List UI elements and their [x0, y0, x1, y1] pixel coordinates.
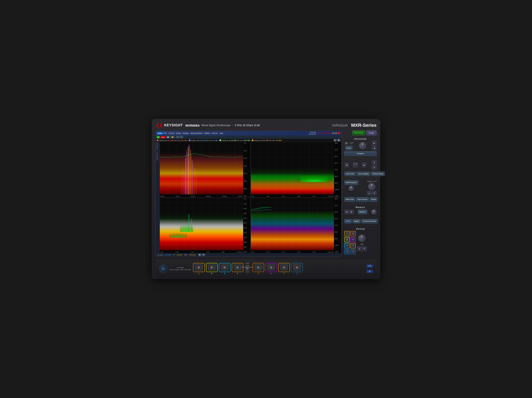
vertical-down-arrow[interactable]: ▼ — [362, 246, 367, 251]
rbw-label: RBW — [184, 254, 187, 256]
menu-display[interactable]: Display — [183, 132, 189, 134]
stop-icon-btn[interactable]: ⏹ — [337, 139, 341, 142]
horizontal-right-arrow[interactable]: ▶ — [372, 141, 377, 145]
usb3-port-top[interactable]: SS⚡ — [367, 265, 373, 267]
mode-buttons-row: RTSA Digital Protocol Decode — [344, 219, 377, 224]
channel-1-button[interactable]: 1 — [344, 231, 350, 236]
menu-help[interactable]: Help — [219, 132, 223, 134]
trigger-down-arrow[interactable]: ▼ — [372, 191, 377, 196]
spectrum-area: -3.0-15.0-25.0-35.0-45.0-55.0-65.0-75.0 … — [160, 142, 342, 253]
bnc-ch4-inner — [234, 264, 241, 271]
ch4-ref-label: Ref Level — [269, 140, 275, 141]
channel-4-button[interactable]: 4 — [344, 249, 350, 254]
model-description: Mixed Signal Oscilloscope — [201, 124, 230, 127]
usb-port-bottom[interactable]: ⚡ — [367, 270, 373, 273]
trigger-level-knob[interactable] — [368, 183, 375, 190]
clear-display-button[interactable]: Clear Display — [357, 172, 370, 176]
trigger-up-arrow[interactable]: ▲ — [367, 191, 372, 196]
multi-purpose-button[interactable]: Multi Purpose — [344, 180, 358, 185]
bnc-ch6-connector[interactable] — [265, 263, 277, 272]
window-close-button[interactable]: ✕ — [338, 132, 340, 134]
time-mode-label[interactable]: Time Mode — [156, 142, 160, 151]
multi-purpose-knob[interactable] — [348, 186, 354, 191]
markers-right-arrow[interactable]: ▶ — [349, 210, 354, 214]
power-button[interactable]: ⏻ — [159, 265, 167, 273]
nav-left-arrow[interactable]: ◀ — [344, 163, 349, 167]
wave-gen-button[interactable]: Wave Gen — [344, 197, 355, 202]
menu-file[interactable]: File — [164, 132, 167, 134]
markers-knob[interactable] — [371, 209, 377, 215]
vertical-scale-knob[interactable] — [358, 234, 366, 242]
protocol-decode-button[interactable]: Protocol Decode — [361, 219, 378, 224]
ch2-color-dot — [189, 139, 190, 141]
digital-button[interactable]: Digital — [353, 219, 361, 224]
touch-button[interactable]: Touch — [370, 197, 377, 202]
toolbar-undo-button[interactable]: ↩ — [176, 136, 179, 139]
vertical-control-group: Vertical 1 5 2 6 3 7 4 8 — [344, 228, 377, 254]
toolbar-save-button[interactable]: 💾 — [166, 136, 170, 139]
toolbar-redo-button[interactable]: ↪ — [180, 136, 183, 139]
bnc-ch2-center — [210, 266, 213, 269]
markers-button[interactable]: Markers — [358, 210, 367, 214]
vertical-up-arrow[interactable]: ▲ — [357, 246, 361, 251]
bnc-ch1-connector[interactable] — [193, 263, 205, 272]
nav-down-arrow[interactable]: ▼ — [372, 165, 377, 170]
rbw-pause-button[interactable]: ⏸ — [202, 253, 205, 256]
markers-left-arrow[interactable]: ◀ — [344, 210, 349, 214]
toolbar-stop-button[interactable]: Stop — [160, 136, 165, 139]
window-maximize-button[interactable]: □ — [335, 132, 337, 134]
menu-control[interactable]: Control — [168, 132, 174, 134]
nav-center-button[interactable] — [353, 163, 358, 167]
bnc-ch8-connector[interactable] — [291, 263, 303, 272]
default-setup-button[interactable]: Default Setup — [371, 172, 385, 176]
horizontal-control-group: Horizontal Zoom ▶ ◀ Navigat — [344, 138, 377, 156]
ch3-ref-value: -38.0 dBm — [243, 140, 250, 141]
probe-pin-top — [247, 268, 247, 269]
channel-8-button[interactable]: 8 — [350, 249, 356, 254]
bnc-ch1-center — [198, 266, 200, 269]
markers-control-group: Markers ◀ ▶ Markers — [344, 206, 377, 215]
channel-5-button[interactable]: 5 — [350, 231, 356, 236]
bnc-ch5-label: 5 — [258, 272, 259, 275]
bnc-ch3-inner — [221, 264, 228, 271]
horizontal-left-arrow[interactable]: ◀ — [372, 146, 377, 151]
auto-scale-button[interactable]: Auto Scale — [344, 172, 356, 176]
bnc-ch2-connector[interactable] — [206, 263, 218, 272]
single-button[interactable]: Single — [366, 131, 377, 135]
run-stop-button[interactable]: Run Stop — [352, 131, 365, 135]
bnc-ch5-connector[interactable] — [253, 263, 264, 272]
usb-gap — [367, 268, 373, 269]
menu-utilities[interactable]: Utilities — [204, 132, 210, 134]
play-icon-btn[interactable]: ▶ — [334, 139, 337, 142]
horizontal-label: Horizontal — [344, 138, 377, 140]
horizontal-scale-knob[interactable] — [359, 142, 366, 149]
channel-2-button[interactable]: 2 — [344, 237, 350, 242]
probe-comp-section: ProbeComp ⏚ ⏚ — [245, 262, 249, 275]
rtsa-button[interactable]: RTSA — [344, 219, 352, 224]
rbw-play-button[interactable]: ▶ — [198, 253, 201, 256]
channel-7-button[interactable]: 7 — [350, 243, 356, 248]
toolbar-run-button[interactable]: ▶ — [157, 136, 160, 139]
menu-setup[interactable]: Setup — [176, 132, 181, 134]
vertical-axis-label[interactable]: Vertical Axis — [156, 151, 160, 161]
bnc-ch3-connector[interactable] — [219, 263, 230, 272]
toolbar-open-button[interactable]: 📂 — [171, 136, 175, 139]
navigate-button[interactable]: Navigate — [344, 151, 377, 156]
channel-number-buttons: 1 5 2 6 3 7 4 8 — [344, 231, 356, 254]
ch1-color-dot — [157, 139, 158, 141]
channel-6-button[interactable]: 6 — [350, 237, 356, 242]
channel-3-button[interactable]: 3 — [344, 243, 350, 248]
bnc-ch7-connector[interactable] — [278, 263, 290, 272]
menu-measure[interactable]: Measure/Mark — [190, 132, 203, 134]
menu-demos[interactable]: Demos — [212, 132, 218, 134]
osc-software-ui: RTSA File Control Setup Display Measure/… — [156, 131, 342, 256]
wavegen-row: Wave Gen Save Screen Touch — [344, 197, 377, 202]
save-screen-button[interactable]: Save Screen — [356, 197, 369, 202]
nav-right-arrow[interactable]: ▶ — [362, 163, 367, 167]
osc-title-right: 4:45 PM4/11/2020 ❮❮ KEYSIGHT − □ ✕ — [309, 131, 340, 135]
window-minimize-button[interactable]: − — [332, 132, 334, 134]
top-control-buttons: Run Stop Single — [344, 131, 377, 135]
zoom-button[interactable]: Zoom — [345, 146, 353, 151]
nav-up-arrow[interactable]: ▲ — [372, 160, 377, 165]
rbw-value: 29.30 kHz — [189, 254, 196, 256]
